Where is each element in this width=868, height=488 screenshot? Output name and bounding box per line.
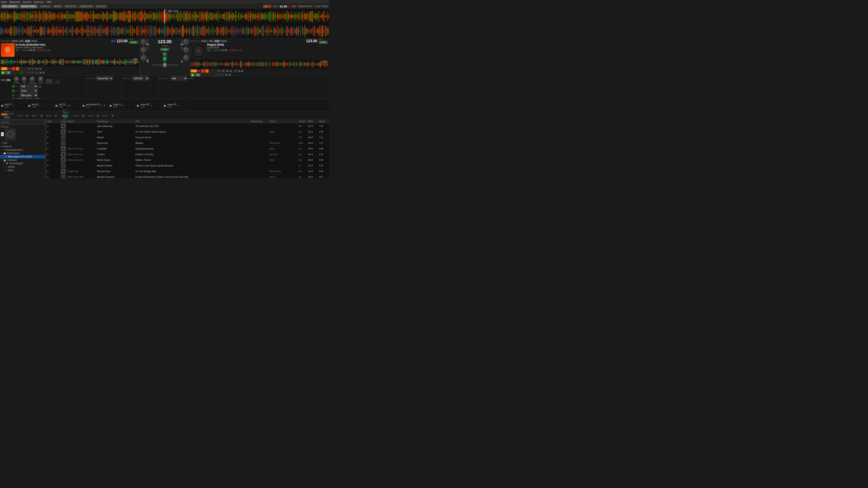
deck1-cue-btn[interactable]: CUE	[25, 40, 31, 42]
deck1-hotcue-2[interactable]: 2	[16, 67, 19, 70]
deck2-hotcue-8[interactable]: 8	[213, 73, 217, 76]
mic3-add[interactable]: +	[40, 114, 43, 117]
deck1-hotcue-1[interactable]: 1	[11, 67, 15, 70]
preview-play-btn[interactable]: ▶	[1, 132, 4, 136]
waveform-overview[interactable]: 7: After Drop	[0, 9, 329, 38]
deck1-eq-high[interactable]	[141, 39, 146, 44]
search-input[interactable]	[0, 120, 45, 125]
deck2-loop-in[interactable]: ↵	[217, 73, 221, 76]
row-play-icon[interactable]: ▶	[47, 170, 49, 172]
deck2-eq-mid[interactable]	[183, 47, 189, 53]
row-play-icon[interactable]: ▶	[47, 176, 49, 178]
deck2-pass-btn[interactable]: PASS	[220, 40, 227, 42]
fx1-effect3-select[interactable]: Bitcrusher	[20, 93, 38, 97]
row-headphone-icon[interactable]: ↓	[49, 148, 51, 150]
mic4-add[interactable]: +	[55, 114, 57, 117]
row-headphone-icon[interactable]: ↓	[49, 142, 51, 144]
deck2-loop-out[interactable]: ↩	[221, 73, 224, 76]
waveform-top[interactable]: 7: After Drop	[0, 9, 329, 24]
sampler-kick17-play[interactable]: ▶	[1, 104, 4, 107]
deck1-hotcue-4[interactable]: 4	[24, 67, 27, 70]
sidebar-item-schnellzugriff[interactable]: ► ⚡ Schnellzugriff	[0, 162, 45, 165]
row-play-icon[interactable]: ▶	[47, 164, 49, 167]
aux4-add[interactable]: +	[112, 114, 114, 117]
deck1-rel-btn[interactable]: REL	[19, 40, 24, 42]
mic2-add[interactable]: +	[26, 114, 29, 117]
deck1-loop-size-icon[interactable]: ⟲	[28, 68, 31, 70]
menu-datei[interactable]: Datei	[1, 1, 7, 3]
aux3-add[interactable]: +	[97, 114, 99, 117]
deck2-loop-size-down[interactable]: ▼	[225, 70, 229, 72]
toolbar-samplers[interactable]: SAMPLERS	[78, 4, 94, 8]
mixer-gain-knob[interactable]	[162, 52, 167, 57]
settings-button[interactable]: ⚙ SETTINGS	[314, 5, 328, 8]
deck2-hotcue-5[interactable]: 5	[201, 73, 205, 76]
sampler-snap11-play[interactable]: ▶	[110, 104, 112, 107]
deck2-loop-size-up[interactable]: ▲	[229, 70, 232, 72]
track-row[interactable]: ▶ ↓ Kleen Kutz Alkaline · · · · · Tech H…	[46, 140, 329, 146]
menu-ansicht[interactable]: Ansicht	[23, 1, 31, 3]
sampler-hat02-play[interactable]: ▶	[29, 104, 31, 107]
fx1-effect2-toggle[interactable]	[12, 90, 15, 92]
deck2-hotcue-2[interactable]: 2	[205, 69, 209, 73]
deck2-loop-next[interactable]: ►	[241, 70, 243, 72]
aux2-add[interactable]: +	[82, 114, 84, 117]
sidebar-item-wiedergabelisten[interactable]: ► ≡ Wiedergabelisten	[0, 148, 45, 152]
deck1-vinyl-btn[interactable]: VINYL	[11, 40, 19, 42]
deck1-loop-in[interactable]: ↵	[28, 71, 31, 74]
broadcast-button[interactable]: BROADCAST	[298, 5, 312, 8]
fx1-effect3-toggle[interactable]	[12, 94, 15, 97]
deck2-channel-fader[interactable]	[181, 39, 183, 51]
deck1-eq-mid[interactable]	[141, 47, 146, 53]
deck1-next-loop[interactable]: ►	[42, 71, 45, 74]
track-row[interactable]: ▶ ↓ Petko Turner Edit Michael Sixtynine …	[46, 174, 329, 178]
row-headphone-icon[interactable]: ↓	[49, 159, 51, 161]
deck1-hotcue-7[interactable]: 7	[20, 71, 23, 74]
sidebar-item-computer[interactable]: ▼ 💻 Computer	[0, 158, 45, 162]
deck1-cue-button[interactable]: CUE	[1, 67, 7, 70]
track-row[interactable]: ▶ ↓ Disco Cuts, Vol. 1 JKriv So True (JK…	[46, 129, 329, 135]
toolbar-effects[interactable]: EFFECTS	[64, 4, 78, 8]
aux1-play-btn[interactable]: PLAY	[62, 115, 68, 117]
menu-hilfe[interactable]: Hilfe	[46, 1, 52, 3]
toolbar-mixer[interactable]: MIXER	[52, 4, 63, 8]
track-row[interactable]: ▶ ↓ Kibosh Circus A-Go-Go · · · · · Fm 1…	[46, 135, 329, 140]
row-headphone-icon[interactable]: ↓	[49, 125, 51, 127]
deck1-prev-cue[interactable]: ◄	[8, 68, 11, 70]
deck1-pass-btn[interactable]: PASS	[31, 40, 37, 42]
track-row[interactable]: ▶ ↓ Boogie Man Michael Elyot I'm Your Bo…	[46, 168, 329, 174]
talk-btn[interactable]: TALK	[4, 116, 10, 119]
row-play-icon[interactable]: ▶	[47, 131, 49, 133]
toolbar-waveforms[interactable]: WAVEFORMS	[20, 4, 37, 8]
sidebar-item-titel[interactable]: ♪ Titel	[0, 141, 45, 145]
row-headphone-icon[interactable]: ↓	[49, 136, 51, 138]
row-play-icon[interactable]: ▶	[47, 153, 49, 156]
row-headphone-icon[interactable]: ↓	[49, 131, 51, 133]
deck1-hotcue-5[interactable]: 5	[11, 71, 15, 74]
sidebar-item-music[interactable]: ► Music	[0, 168, 45, 172]
track-row[interactable]: ▶ ↓ Disco Cuts, Vol. 1 Luvless Castles i…	[46, 152, 329, 157]
sampler-percussion01-expand[interactable]: ▼	[103, 104, 105, 107]
fx1-effect2-select[interactable]: Echo	[20, 89, 38, 93]
deck2-hotcue-7[interactable]: 7	[209, 73, 213, 76]
sampler-snare15-play[interactable]: ▶	[164, 104, 166, 107]
deck1-eq-low[interactable]	[141, 55, 146, 60]
deck2-rel-btn[interactable]: REL	[209, 40, 214, 42]
deck1-pause-btn[interactable]: ⏸	[6, 71, 11, 74]
fx3-close-btn[interactable]: ✕	[188, 77, 189, 79]
deck1-loop-size-down[interactable]: ▼	[35, 68, 38, 70]
col-artist[interactable]: Künstler ▲	[97, 120, 135, 123]
fx2-lr8-select[interactable]: LR8 ISO	[132, 76, 149, 80]
sidebar-item-shared[interactable]: ► shared	[0, 165, 45, 168]
deck1-waveform[interactable]: 1:02 7: After Drop	[1, 58, 139, 66]
fx3-hall-select[interactable]: Hall	[170, 76, 187, 80]
track-row[interactable]: ▶ ↓ Disco Cuts, Vol. 1 Lovebirds Donwanc…	[46, 146, 329, 152]
sidebar-item-autodj[interactable]: ⟳ Auto-DJ	[0, 145, 45, 148]
sidebar-item-misc-tracks[interactable]: 🎵 Misc tracks (27) 2:42:52	[0, 155, 45, 158]
deck2-eq-high[interactable]	[183, 39, 189, 44]
waveform-bottom[interactable]	[0, 24, 329, 38]
deck1-play-btn[interactable]: ▶	[1, 71, 5, 74]
deck2-prev-cue[interactable]: ◄	[197, 70, 201, 72]
row-play-icon[interactable]: ▶	[47, 159, 49, 161]
deck1-hotcue-6[interactable]: 6	[16, 71, 19, 74]
